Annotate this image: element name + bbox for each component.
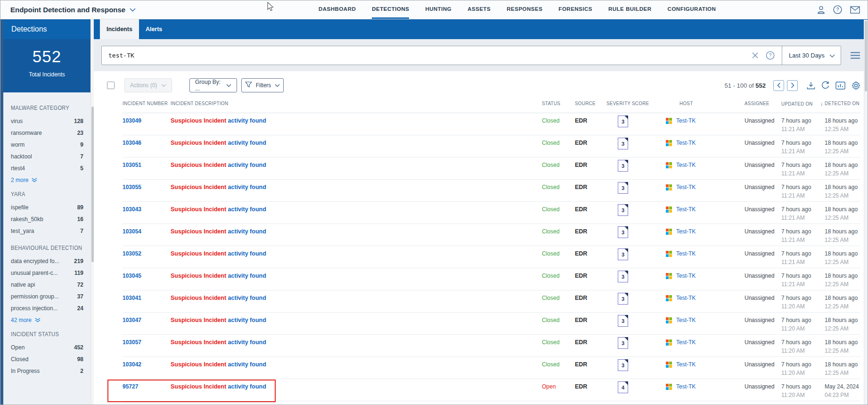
tab-incidents[interactable]: Incidents xyxy=(100,19,139,39)
nav-item-assets[interactable]: ASSETS xyxy=(467,0,491,19)
incident-description-link[interactable]: Suspicious Incident activity found xyxy=(171,335,542,346)
facet-item[interactable]: data encrypted fo...219 xyxy=(11,256,83,267)
prev-page-button[interactable] xyxy=(773,80,784,91)
incident-description-link[interactable]: Suspicious Incident activity found xyxy=(171,313,542,323)
mail-icon[interactable] xyxy=(850,6,860,14)
col-detected-on[interactable]: DETECTED ON xyxy=(825,100,860,106)
table-row[interactable]: 103046 Suspicious Incident activity foun… xyxy=(123,135,860,157)
host-link[interactable]: Test-TK xyxy=(676,339,696,346)
host-link[interactable]: Test-TK xyxy=(676,317,696,323)
incident-description-link[interactable]: Suspicious Incident activity found xyxy=(171,113,542,124)
table-row[interactable]: 103057 Suspicious Incident activity foun… xyxy=(123,335,860,357)
incident-number-link[interactable]: 103046 xyxy=(123,140,141,146)
help-icon[interactable]: ? xyxy=(833,5,842,14)
sort-desc-icon[interactable]: ↓ xyxy=(820,100,823,107)
nav-item-responses[interactable]: RESPONSES xyxy=(507,0,542,19)
incident-description-link[interactable]: Suspicious Incident activity found xyxy=(171,268,542,279)
nav-item-detections[interactable]: DETECTIONS xyxy=(372,0,409,19)
col-assignee[interactable]: ASSIGNEE xyxy=(745,100,770,106)
host-link[interactable]: Test-TK xyxy=(676,206,696,213)
app-title-menu[interactable]: Endpoint Detection and Response xyxy=(10,0,136,19)
table-row[interactable]: 103051 Suspicious Incident activity foun… xyxy=(123,157,860,180)
incident-description-link[interactable]: Suspicious Incident activity found xyxy=(171,135,542,146)
facet-item[interactable]: Open452 xyxy=(11,342,83,354)
table-row[interactable]: 103049 Suspicious Incident activity foun… xyxy=(123,113,860,135)
nav-item-configuration[interactable]: CONFIGURATION xyxy=(668,0,716,19)
group-by-dropdown[interactable]: Group By: ... xyxy=(189,78,237,92)
nav-item-rule-builder[interactable]: RULE BUILDER xyxy=(608,0,652,19)
col-source[interactable]: SOURCE xyxy=(575,100,596,106)
incident-number-link[interactable]: 103054 xyxy=(123,228,141,235)
facet-item[interactable]: rtest45 xyxy=(11,163,83,174)
actions-dropdown[interactable]: Actions (0) xyxy=(124,78,172,92)
incident-number-link[interactable]: 103055 xyxy=(123,184,141,190)
host-link[interactable]: Test-TK xyxy=(676,250,696,257)
incident-number-link[interactable]: 95727 xyxy=(123,383,138,390)
hamburger-menu-icon[interactable] xyxy=(850,52,860,59)
facet-item[interactable]: ransomware23 xyxy=(11,127,83,139)
incident-description-link[interactable]: Suspicious Incident activity found xyxy=(171,202,542,213)
facet-item[interactable]: Closed98 xyxy=(11,354,83,365)
chart-view-icon[interactable] xyxy=(835,82,845,90)
download-icon[interactable] xyxy=(807,82,815,90)
clear-search-icon[interactable] xyxy=(752,52,759,59)
host-link[interactable]: Test-TK xyxy=(676,228,696,235)
table-row[interactable]: 103047 Suspicious Incident activity foun… xyxy=(123,313,860,335)
incident-description-link[interactable]: Suspicious Incident activity found xyxy=(171,180,542,190)
incident-number-link[interactable]: 103041 xyxy=(123,295,141,301)
host-link[interactable]: Test-TK xyxy=(676,162,696,168)
facet-more-link[interactable]: 42 more xyxy=(11,317,83,323)
table-row[interactable]: 103055 Suspicious Incident activity foun… xyxy=(123,180,860,202)
incident-description-link[interactable]: Suspicious Incident activity found xyxy=(171,157,542,168)
incident-number-link[interactable]: 103047 xyxy=(123,317,141,323)
nav-item-dashboard[interactable]: DASHBOARD xyxy=(319,0,356,19)
sidebar-scrollbar[interactable] xyxy=(90,19,94,405)
filters-dropdown[interactable]: Filters xyxy=(241,78,284,92)
incident-number-link[interactable]: 103049 xyxy=(123,117,141,124)
date-range-dropdown[interactable]: Last 30 Days xyxy=(782,46,841,65)
table-row[interactable]: 103043 Suspicious Incident activity foun… xyxy=(123,202,860,224)
window-scrollbar[interactable] xyxy=(864,20,868,405)
incident-number-link[interactable]: 103045 xyxy=(123,273,141,279)
col-status[interactable]: STATUS xyxy=(542,100,560,106)
host-link[interactable]: Test-TK xyxy=(676,117,696,124)
gear-icon[interactable] xyxy=(852,81,860,90)
table-row[interactable]: 95727 Suspicious Incident activity found… xyxy=(123,379,860,401)
incident-number-link[interactable]: 103057 xyxy=(123,339,141,346)
nav-item-hunting[interactable]: HUNTING xyxy=(425,0,451,19)
host-link[interactable]: Test-TK xyxy=(676,295,696,301)
facet-item[interactable]: In Progress2 xyxy=(11,365,83,377)
facet-item[interactable]: ispefile89 xyxy=(11,202,83,214)
facet-item[interactable]: native api72 xyxy=(11,279,83,291)
facet-item[interactable]: test_yara7 xyxy=(11,225,83,237)
incident-description-link[interactable]: Suspicious Incident activity found xyxy=(171,224,542,235)
incident-number-link[interactable]: 103051 xyxy=(123,162,141,168)
incident-number-link[interactable]: 103043 xyxy=(123,206,141,213)
col-incident-number[interactable]: INCIDENT NUMBER xyxy=(123,100,168,106)
facet-item[interactable]: hacktool7 xyxy=(11,151,83,163)
table-row[interactable]: 103052 Suspicious Incident activity foun… xyxy=(123,246,860,268)
host-link[interactable]: Test-TK xyxy=(676,383,696,390)
col-updated-on[interactable]: UPDATED ON xyxy=(781,101,813,107)
facet-item[interactable]: process injection...24 xyxy=(11,303,83,314)
col-incident-description[interactable]: INCIDENT DESCRIPTION xyxy=(171,100,228,106)
table-row[interactable]: 103054 Suspicious Incident activity foun… xyxy=(123,224,860,246)
facet-item[interactable]: rakesh_50kb16 xyxy=(11,214,83,225)
incident-number-link[interactable]: 103042 xyxy=(123,361,141,368)
incident-description-link[interactable]: Suspicious Incident activity found xyxy=(171,357,542,368)
nav-item-forensics[interactable]: FORENSICS xyxy=(558,0,592,19)
facet-more-link[interactable]: 2 more xyxy=(11,177,83,183)
select-all-checkbox[interactable] xyxy=(107,82,115,89)
host-link[interactable]: Test-TK xyxy=(676,140,696,146)
facet-item[interactable]: unusual parent-c...119 xyxy=(11,267,83,279)
incident-description-link[interactable]: Suspicious Incident activity found xyxy=(171,246,542,257)
user-icon[interactable] xyxy=(817,6,825,14)
refresh-icon[interactable] xyxy=(821,81,829,90)
col-severity-score[interactable]: SEVERITY SCORE xyxy=(606,100,649,106)
tab-alerts[interactable]: Alerts xyxy=(139,19,169,39)
incident-description-link[interactable]: Suspicious Incident activity found xyxy=(171,290,542,301)
search-input[interactable] xyxy=(102,46,752,65)
table-row[interactable]: 103041 Suspicious Incident activity foun… xyxy=(123,290,860,313)
col-host[interactable]: HOST xyxy=(680,100,693,106)
incident-description-link[interactable]: Suspicious Incident activity found xyxy=(171,379,542,390)
